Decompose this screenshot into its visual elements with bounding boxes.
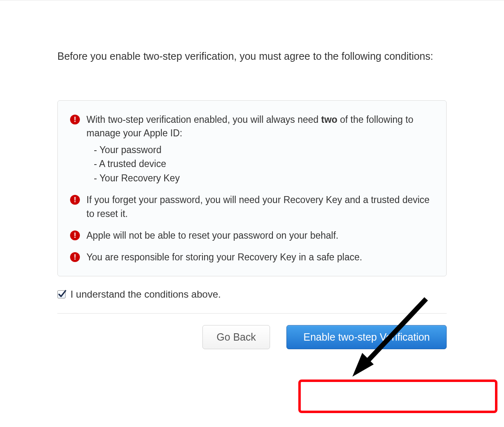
condition-text: With two-step verification enabled, you … xyxy=(86,113,434,185)
condition-subitem: - Your password xyxy=(86,143,434,157)
go-back-button[interactable]: Go Back xyxy=(202,325,270,349)
enable-two-step-button[interactable]: Enable two-step Verification xyxy=(286,325,447,349)
warning-icon: ! xyxy=(70,195,80,205)
condition-text-bold: two xyxy=(321,114,338,125)
top-divider xyxy=(0,0,504,0)
condition-subitem: - Your Recovery Key xyxy=(86,171,434,185)
condition-text: If you forget your password, you will ne… xyxy=(86,193,434,221)
agree-checkbox[interactable] xyxy=(57,290,66,298)
condition-item: ! You are responsible for storing your R… xyxy=(70,251,434,264)
intro-text: Before you enable two-step verification,… xyxy=(57,49,447,63)
warning-icon: ! xyxy=(70,230,80,240)
agree-row: I understand the conditions above. xyxy=(57,289,447,300)
svg-marker-1 xyxy=(352,353,374,377)
condition-text: You are responsible for storing your Rec… xyxy=(86,251,362,264)
condition-item: ! If you forget your password, you will … xyxy=(70,193,434,221)
content-container: Before you enable two-step verification,… xyxy=(57,49,447,349)
annotation-highlight xyxy=(298,380,497,413)
condition-item: ! With two-step verification enabled, yo… xyxy=(70,113,434,185)
divider xyxy=(57,313,447,314)
agree-label: I understand the conditions above. xyxy=(70,289,221,300)
condition-text: Apple will not be able to reset your pas… xyxy=(86,229,338,242)
conditions-box: ! With two-step verification enabled, yo… xyxy=(57,100,447,276)
button-row: Go Back Enable two-step Verification xyxy=(57,325,447,349)
warning-icon: ! xyxy=(70,115,80,124)
condition-sublist: - Your password - A trusted device - You… xyxy=(86,143,434,185)
condition-text-part: With two-step verification enabled, you … xyxy=(86,114,321,125)
condition-item: ! Apple will not be able to reset your p… xyxy=(70,229,434,242)
condition-subitem: - A trusted device xyxy=(86,157,434,171)
warning-icon: ! xyxy=(70,252,80,262)
